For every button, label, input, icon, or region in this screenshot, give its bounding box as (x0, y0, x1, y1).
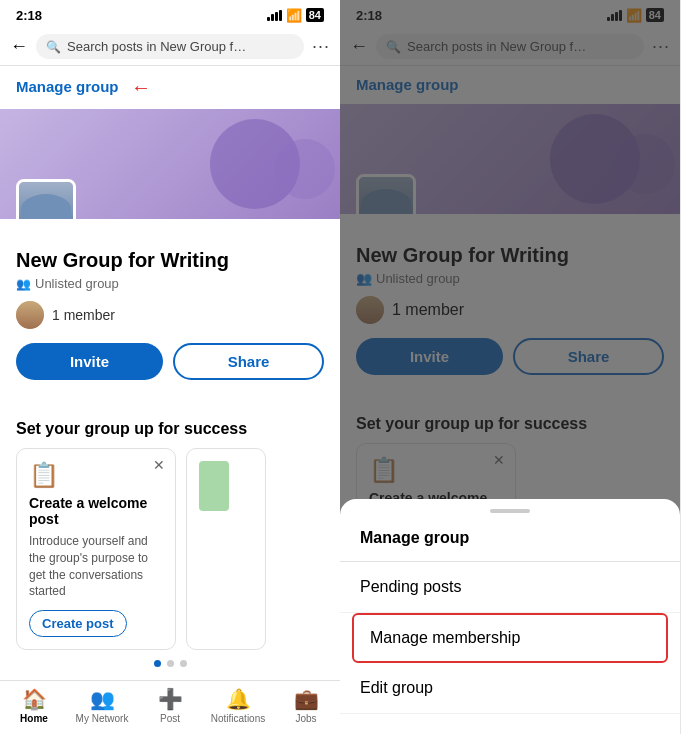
success-title: Set your group up for success (16, 420, 324, 438)
status-icons-left: 📶 84 (267, 8, 324, 23)
manage-group-right: Manage group (340, 66, 680, 104)
member-avatar (16, 301, 44, 329)
suggestion-card-partial (186, 448, 266, 650)
search-bar-area-left: ← 🔍 Search posts in New Group for Wri...… (0, 28, 340, 66)
post-nav-icon: ➕ (158, 687, 183, 711)
suggestion-card-1: ✕ 📋 Create a welcome post Introduce your… (16, 448, 176, 650)
success-section: Set your group up for success ✕ 📋 Create… (0, 404, 340, 685)
card-icon-1: 📋 (29, 461, 163, 489)
group-cover-right: ℹ 🔔 (340, 104, 680, 214)
action-buttons: Invite Share (16, 343, 324, 380)
home-icon: 🏠 (22, 687, 47, 711)
group-type-icon-right: 👥 (356, 271, 372, 286)
member-count: 1 member (52, 307, 115, 323)
status-bar-right: 2:18 📶 84 (340, 0, 680, 28)
battery-left: 84 (306, 8, 324, 22)
signal-icon-right (607, 9, 622, 21)
red-arrow-annotation: ← (131, 76, 151, 99)
group-info-right: New Group for Writing 👥 Unlisted group 1… (340, 214, 680, 391)
sheet-item-manage-membership[interactable]: Manage membership (352, 613, 668, 663)
status-bar-left: 2:18 📶 84 (0, 0, 340, 28)
status-icons-right: 📶 84 (607, 8, 664, 23)
share-button[interactable]: Share (173, 343, 324, 380)
invite-button-right: Invite (356, 338, 503, 375)
group-type-icon: 👥 (16, 277, 31, 291)
search-bar-right: 🔍 Search posts in New Group for Wri... (376, 34, 644, 59)
manage-group-link-right: Manage group (356, 76, 459, 93)
group-avatar (16, 179, 76, 219)
share-button-right: Share (513, 338, 664, 375)
dots-menu-left[interactable]: ··· (312, 36, 330, 57)
pagination-dots (16, 650, 324, 677)
back-button-left[interactable]: ← (10, 36, 28, 57)
avatar-shape (19, 182, 73, 219)
bottom-nav-left: 🏠 Home 👥 My Network ➕ Post 🔔 Notificatio… (0, 680, 340, 734)
notifications-icon: 🔔 (226, 687, 251, 711)
member-row-right: 1 member (356, 296, 664, 324)
time-right: 2:18 (356, 8, 382, 23)
group-type: 👥 Unlisted group (16, 276, 324, 291)
group-name: New Group for Writing (16, 249, 324, 272)
time-left: 2:18 (16, 8, 42, 23)
nav-post[interactable]: ➕ Post (136, 687, 204, 724)
back-button-right: ← (350, 36, 368, 57)
cards-row: ✕ 📋 Create a welcome post Introduce your… (16, 448, 324, 650)
member-row: 1 member (16, 301, 324, 329)
invite-button[interactable]: Invite (16, 343, 163, 380)
search-text-left: Search posts in New Group for Wri... (67, 39, 247, 54)
card-title-1: Create a welcome post (29, 495, 163, 527)
right-phone-panel: 2:18 📶 84 ← 🔍 Search posts in New Group … (340, 0, 680, 734)
search-icon-right: 🔍 (386, 40, 401, 54)
sheet-item-pending[interactable]: Pending posts (340, 562, 680, 613)
search-icon-left: 🔍 (46, 40, 61, 54)
cover-circle-small (275, 139, 335, 199)
battery-right: 84 (646, 8, 664, 22)
nav-notifications[interactable]: 🔔 Notifications (204, 687, 272, 724)
signal-icon (267, 9, 282, 21)
home-label: Home (20, 713, 48, 724)
group-cover: ℹ 🔔 (0, 109, 340, 219)
left-phone-panel: 2:18 📶 84 ← 🔍 Search posts in New Group … (0, 0, 340, 734)
nav-home[interactable]: 🏠 Home (0, 687, 68, 724)
dot-1 (154, 660, 161, 667)
wifi-icon-right: 📶 (626, 8, 642, 23)
group-avatar-right (356, 174, 416, 214)
manage-group-area: Manage group ← (0, 66, 340, 109)
post-label: Post (160, 713, 180, 724)
nav-jobs[interactable]: 💼 Jobs (272, 687, 340, 724)
sheet-item-edit[interactable]: Edit group (340, 663, 680, 714)
group-type-label: Unlisted group (35, 276, 119, 291)
group-info: New Group for Writing 👥 Unlisted group 1… (0, 219, 340, 396)
network-label: My Network (76, 713, 129, 724)
dots-menu-right: ··· (652, 36, 670, 57)
create-post-button[interactable]: Create post (29, 610, 127, 637)
jobs-label: Jobs (295, 713, 316, 724)
wifi-icon: 📶 (286, 8, 302, 23)
card-partial-icon (199, 461, 229, 511)
search-bar-area-right: ← 🔍 Search posts in New Group for Wri...… (340, 28, 680, 66)
dot-2 (167, 660, 174, 667)
search-bar-left[interactable]: 🔍 Search posts in New Group for Wri... (36, 34, 304, 59)
jobs-icon: 💼 (294, 687, 319, 711)
action-buttons-right: Invite Share (356, 338, 664, 375)
notifications-label: Notifications (211, 713, 265, 724)
manage-group-link[interactable]: Manage group (16, 78, 119, 95)
network-icon: 👥 (90, 687, 115, 711)
dot-3 (180, 660, 187, 667)
bottom-sheet[interactable]: Manage group Pending posts Manage member… (340, 499, 680, 734)
success-title-right: Set your group up for success (356, 415, 664, 433)
card-close-1[interactable]: ✕ (153, 457, 165, 473)
card-desc-1: Introduce yourself and the group's purpo… (29, 533, 163, 600)
sheet-handle (490, 509, 530, 513)
search-text-right: Search posts in New Group for Wri... (407, 39, 587, 54)
sheet-title: Manage group (340, 519, 680, 562)
nav-network[interactable]: 👥 My Network (68, 687, 136, 724)
